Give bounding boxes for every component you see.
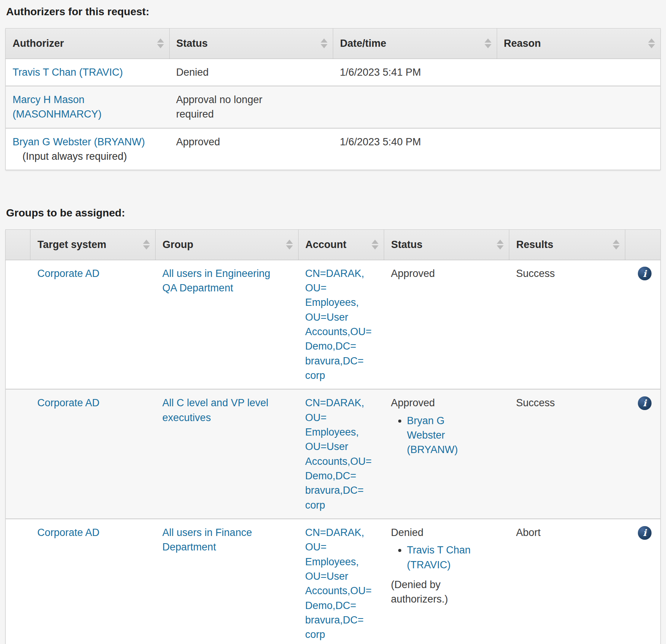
status-authorizer-list: Travis T Chan (TRAVIC) (391, 543, 504, 572)
page: Authorizers for this request: Authorizer… (0, 0, 666, 644)
group-cell: All users in Finance Department (156, 519, 298, 644)
column-header-label: Authorizer (13, 38, 64, 49)
datetime-cell: 1/6/2023 5:41 PM (333, 59, 497, 86)
status-text: Approved (391, 396, 504, 410)
authorizers-table: Authorizer Status Date/time (5, 28, 661, 170)
info-cell: i (625, 260, 660, 389)
sort-icon[interactable] (286, 240, 293, 250)
authorizer-note: (Input always required) (13, 149, 164, 164)
target-system-cell: Corporate AD (30, 519, 156, 644)
status-cell: Approved (384, 260, 509, 389)
status-text: Approved (391, 266, 504, 281)
row-selector-cell (6, 260, 30, 389)
account-link[interactable]: CN=DARAK, OU= Employees, OU=User Account… (305, 527, 372, 640)
table-row: Corporate AD All users in Engineering QA… (6, 260, 661, 389)
sort-icon[interactable] (613, 240, 620, 250)
column-header-authorizer[interactable]: Authorizer (6, 28, 170, 59)
column-header-empty (6, 229, 30, 260)
target-system-link[interactable]: Corporate AD (37, 527, 100, 538)
group-link[interactable]: All C level and VP level executives (162, 397, 269, 423)
account-cell: CN=DARAK, OU= Employees, OU=User Account… (298, 389, 384, 519)
status-note: (Denied by authorizers.) (391, 577, 504, 607)
column-header-label: Target system (37, 239, 106, 251)
info-icon[interactable]: i (638, 267, 652, 280)
table-row: Travis T Chan (TRAVIC) Denied 1/6/2023 5… (6, 59, 661, 86)
column-header-label: Status (176, 38, 208, 49)
authorizer-link[interactable]: Travis T Chan (TRAVIC) (13, 67, 123, 78)
status-authorizer-link[interactable]: Travis T Chan (TRAVIC) (407, 544, 471, 570)
status-cell: Denied (169, 59, 333, 86)
status-cell: Approved (169, 128, 333, 170)
groups-header-row: Target system Group Account (6, 229, 661, 260)
column-header-group[interactable]: Group (156, 229, 298, 260)
group-cell: All users in Engineering QA Department (156, 260, 298, 389)
authorizer-link[interactable]: Bryan G Webster (BRYANW) (13, 136, 145, 148)
authorizer-link[interactable]: Marcy H Mason (MASONHMARCY) (13, 94, 102, 120)
column-header-label: Status (391, 239, 423, 251)
groups-table: Target system Group Account (5, 229, 661, 644)
account-cell: CN=DARAK, OU= Employees, OU=User Account… (298, 260, 384, 389)
groups-section-title: Groups to be assigned: (6, 207, 661, 219)
column-header-status[interactable]: Status (384, 229, 509, 260)
status-authorizer-list: Bryan G Webster (BRYANW) (391, 413, 504, 457)
info-icon[interactable]: i (638, 526, 652, 540)
sort-icon[interactable] (157, 38, 164, 48)
sort-icon[interactable] (485, 38, 491, 48)
sort-icon[interactable] (321, 38, 327, 48)
results-cell: Success (509, 389, 625, 519)
group-cell: All C level and VP level executives (156, 389, 298, 519)
datetime-cell: 1/6/2023 5:40 PM (333, 128, 497, 170)
results-cell: Abort (509, 519, 625, 644)
authorizer-cell: Travis T Chan (TRAVIC) (6, 59, 170, 86)
group-link[interactable]: All users in Finance Department (162, 527, 252, 553)
group-link[interactable]: All users in Engineering QA Department (162, 268, 270, 294)
reason-cell (497, 86, 661, 128)
account-cell: CN=DARAK, OU= Employees, OU=User Account… (298, 519, 384, 644)
account-link[interactable]: CN=DARAK, OU= Employees, OU=User Account… (305, 397, 372, 510)
target-system-cell: Corporate AD (30, 260, 156, 389)
sort-icon[interactable] (143, 240, 150, 250)
column-header-info (625, 229, 660, 260)
authorizer-cell: Marcy H Mason (MASONHMARCY) (6, 86, 170, 128)
column-header-label: Reason (504, 38, 541, 49)
authorizer-cell: Bryan G Webster (BRYANW) (Input always r… (6, 128, 170, 170)
target-system-link[interactable]: Corporate AD (37, 397, 100, 409)
list-item: Travis T Chan (TRAVIC) (407, 543, 504, 572)
status-text: Denied (391, 525, 504, 540)
table-row: Corporate AD All C level and VP level ex… (6, 389, 661, 519)
status-cell: Approval no longer required (169, 86, 333, 128)
status-cell: Approved Bryan G Webster (BRYANW) (384, 389, 509, 519)
list-item: Bryan G Webster (BRYANW) (407, 413, 504, 457)
authorizers-header-row: Authorizer Status Date/time (6, 28, 661, 59)
target-system-cell: Corporate AD (30, 389, 156, 519)
column-header-results[interactable]: Results (509, 229, 625, 260)
account-link[interactable]: CN=DARAK, OU= Employees, OU=User Account… (305, 268, 372, 381)
target-system-link[interactable]: Corporate AD (37, 268, 100, 279)
status-authorizer-link[interactable]: Bryan G Webster (BRYANW) (407, 415, 458, 456)
info-cell: i (625, 389, 660, 519)
row-selector-cell (6, 519, 30, 644)
column-header-label: Results (516, 239, 553, 251)
column-header-label: Account (305, 239, 347, 251)
column-header-target-system[interactable]: Target system (30, 229, 156, 260)
column-header-reason[interactable]: Reason (497, 28, 661, 59)
sort-icon[interactable] (648, 38, 655, 48)
sort-icon[interactable] (372, 240, 378, 250)
authorizers-section-title: Authorizers for this request: (6, 5, 661, 18)
column-header-label: Group (162, 239, 193, 251)
reason-cell (497, 128, 661, 170)
column-header-account[interactable]: Account (298, 229, 384, 260)
reason-cell (497, 59, 661, 86)
info-icon[interactable]: i (638, 396, 652, 410)
sort-icon[interactable] (497, 240, 504, 250)
column-header-status[interactable]: Status (169, 28, 333, 59)
column-header-label: Date/time (340, 38, 386, 49)
datetime-cell (333, 86, 497, 128)
row-selector-cell (6, 389, 30, 519)
table-row: Marcy H Mason (MASONHMARCY) Approval no … (6, 86, 661, 128)
results-cell: Success (509, 260, 625, 389)
info-cell: i (625, 519, 660, 644)
table-row: Bryan G Webster (BRYANW) (Input always r… (6, 128, 661, 170)
column-header-datetime[interactable]: Date/time (333, 28, 497, 59)
status-cell: Denied Travis T Chan (TRAVIC) (Denied by… (384, 519, 509, 644)
